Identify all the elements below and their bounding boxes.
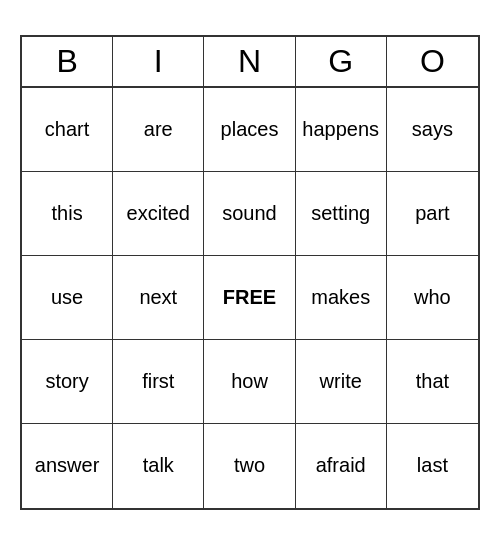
- bingo-cell-4[interactable]: says: [387, 88, 478, 172]
- header-i: I: [113, 37, 204, 86]
- bingo-cell-7[interactable]: sound: [204, 172, 295, 256]
- bingo-cell-6[interactable]: excited: [113, 172, 204, 256]
- bingo-cell-3[interactable]: happens: [296, 88, 387, 172]
- bingo-grid: chartareplaceshappenssaysthisexcitedsoun…: [22, 88, 478, 508]
- bingo-cell-19[interactable]: that: [387, 340, 478, 424]
- bingo-card: B I N G O chartareplaceshappenssaysthise…: [20, 35, 480, 510]
- bingo-cell-24[interactable]: last: [387, 424, 478, 508]
- bingo-cell-2[interactable]: places: [204, 88, 295, 172]
- bingo-cell-20[interactable]: answer: [22, 424, 113, 508]
- header-o: O: [387, 37, 478, 86]
- bingo-cell-14[interactable]: who: [387, 256, 478, 340]
- header-g: G: [296, 37, 387, 86]
- bingo-cell-12[interactable]: FREE: [204, 256, 295, 340]
- bingo-cell-0[interactable]: chart: [22, 88, 113, 172]
- bingo-cell-22[interactable]: two: [204, 424, 295, 508]
- bingo-cell-18[interactable]: write: [296, 340, 387, 424]
- bingo-cell-5[interactable]: this: [22, 172, 113, 256]
- header-b: B: [22, 37, 113, 86]
- bingo-cell-9[interactable]: part: [387, 172, 478, 256]
- bingo-header: B I N G O: [22, 37, 478, 88]
- bingo-cell-21[interactable]: talk: [113, 424, 204, 508]
- bingo-cell-23[interactable]: afraid: [296, 424, 387, 508]
- bingo-cell-8[interactable]: setting: [296, 172, 387, 256]
- bingo-cell-1[interactable]: are: [113, 88, 204, 172]
- bingo-cell-11[interactable]: next: [113, 256, 204, 340]
- bingo-cell-16[interactable]: first: [113, 340, 204, 424]
- header-n: N: [204, 37, 295, 86]
- bingo-cell-15[interactable]: story: [22, 340, 113, 424]
- bingo-cell-10[interactable]: use: [22, 256, 113, 340]
- bingo-cell-13[interactable]: makes: [296, 256, 387, 340]
- bingo-cell-17[interactable]: how: [204, 340, 295, 424]
